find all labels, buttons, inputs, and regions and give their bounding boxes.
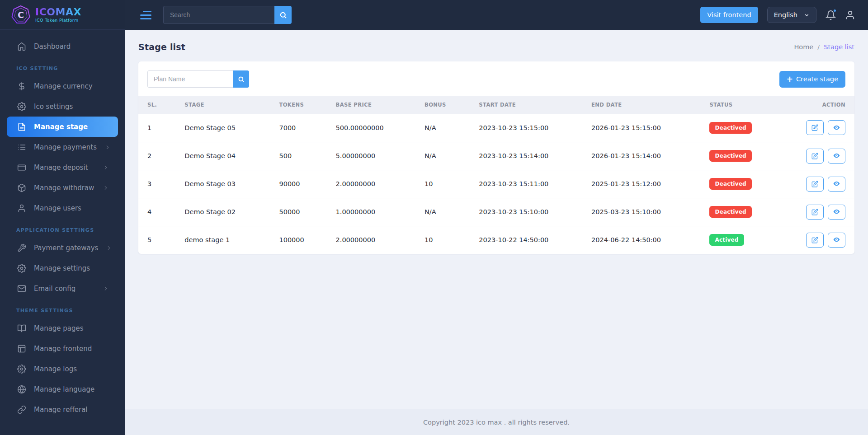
user-menu-icon[interactable] (845, 10, 855, 20)
cell-base-price: 500.00000000 (327, 114, 415, 142)
sidebar-item-manage-withdraw[interactable]: Manage withdraw (7, 178, 118, 198)
eye-icon (833, 180, 840, 187)
edit-stage-button[interactable] (806, 120, 824, 135)
sidebar-item-ico-settings[interactable]: Ico settings (7, 96, 118, 117)
sidebar-item-manage-pages[interactable]: Manage pages (7, 318, 118, 338)
cell-stage: Demo Stage 04 (175, 142, 270, 170)
brand-tagline: ICO Token Platform (35, 18, 81, 23)
sidebar-section-heading: THEME SETTINGS (0, 299, 125, 318)
wrench-icon (17, 243, 26, 253)
chevron-right-icon (103, 185, 109, 191)
sidebar-item-label: Dashboard (34, 42, 109, 51)
edit-stage-button[interactable] (806, 233, 824, 248)
sidebar-item-manage-deposit[interactable]: Manage deposit (7, 157, 118, 178)
sidebar-item-label: Ico settings (34, 103, 109, 111)
page-title: Stage list (138, 42, 185, 52)
cell-action (791, 198, 854, 226)
status-badge: Deactived (709, 206, 752, 218)
view-stage-button[interactable] (828, 205, 845, 220)
sidebar-nav: DashboardICO SETTINGManage currencyIco s… (0, 30, 125, 420)
sidebar-item-manage-frontend[interactable]: Manage frontend (7, 338, 118, 359)
sidebar-item-label: Email config (34, 285, 95, 293)
cell-stage: Demo Stage 03 (175, 170, 270, 198)
plan-name-filter (147, 70, 249, 88)
sidebar-item-email-config[interactable]: Email config (7, 278, 118, 299)
footer: Copyright 2023 ico max . all rights rese… (125, 409, 868, 435)
view-stage-button[interactable] (828, 177, 845, 192)
sidebar-item-dashboard[interactable]: Dashboard (7, 36, 118, 56)
column-header: ACTION (791, 96, 854, 114)
sidebar-item-manage-users[interactable]: Manage users (7, 198, 118, 218)
notifications-bell-icon[interactable] (826, 10, 836, 20)
column-header: STAGE (175, 96, 270, 114)
cell-bonus: 10 (415, 170, 470, 198)
eye-icon (833, 236, 840, 243)
sidebar-item-label: Manage settings (34, 264, 109, 272)
sidebar-item-manage-refferal[interactable]: Manage refferal (7, 399, 118, 420)
notification-dot (833, 9, 837, 13)
dollar-icon (17, 81, 26, 91)
visit-frontend-button[interactable]: Visit frontend (700, 7, 758, 23)
sidebar-item-manage-currency[interactable]: Manage currency (7, 76, 118, 96)
sidebar-item-manage-language[interactable]: Manage language (7, 379, 118, 399)
sidebar-item-payment-gateways[interactable]: Payment gateways (7, 238, 118, 258)
cell-end-date: 2025-01-23 15:12:00 (582, 170, 700, 198)
table-row: 5demo stage 11000002.00000000102023-10-2… (138, 226, 854, 254)
cell-status: Deactived (700, 142, 791, 170)
cell-status: Deactived (700, 198, 791, 226)
mail-icon (17, 284, 26, 293)
sidebar-item-label: Manage logs (34, 365, 109, 373)
gear-icon (17, 364, 26, 374)
stage-list-card: + Create stage SL.STAGETOKENSBASE PRICEB… (138, 61, 854, 254)
search-input[interactable] (163, 6, 274, 24)
cell-base-price: 5.00000000 (327, 142, 415, 170)
edit-stage-button[interactable] (806, 205, 824, 220)
view-stage-button[interactable] (828, 149, 845, 164)
sidebar-item-label: Manage deposit (34, 164, 95, 172)
create-stage-label: Create stage (796, 75, 838, 83)
column-header: START DATE (470, 96, 582, 114)
table-row: 2Demo Stage 045005.00000000N/A2023-10-23… (138, 142, 854, 170)
edit-icon (811, 181, 818, 187)
brand-logo-icon: C (11, 5, 31, 25)
view-stage-button[interactable] (828, 120, 845, 135)
sidebar-item-manage-payments[interactable]: Manage payments (7, 137, 118, 157)
chevron-right-icon (106, 245, 112, 251)
sidebar-item-manage-logs[interactable]: Manage logs (7, 359, 118, 379)
search-button[interactable] (274, 6, 292, 24)
edit-stage-button[interactable] (806, 149, 824, 164)
cell-stage: demo stage 1 (175, 226, 270, 254)
topbar-search (163, 6, 292, 24)
search-icon (238, 76, 245, 83)
cell-start-date: 2023-10-22 14:50:00 (470, 226, 582, 254)
cell-start-date: 2023-10-23 15:10:00 (470, 198, 582, 226)
view-stage-button[interactable] (828, 233, 845, 248)
eye-icon (833, 208, 840, 215)
cell-bonus: 10 (415, 226, 470, 254)
language-selected-value: English (774, 11, 797, 19)
svg-text:C: C (18, 10, 24, 20)
plan-name-search-button[interactable] (233, 70, 249, 88)
hamburger-menu-button[interactable] (138, 9, 153, 21)
plan-name-input[interactable] (147, 70, 233, 88)
chevron-down-icon (804, 12, 810, 18)
sidebar-item-manage-stage[interactable]: Manage stage (7, 117, 118, 137)
cell-bonus: N/A (415, 142, 470, 170)
cell-end-date: 2024-06-22 14:50:00 (582, 226, 700, 254)
sidebar-item-label: Manage refferal (34, 406, 109, 414)
book-icon (17, 323, 26, 333)
content-area: Stage list Home / Stage list + (125, 30, 868, 435)
cell-tokens: 500 (270, 142, 326, 170)
sidebar-item-manage-settings[interactable]: Manage settings (7, 258, 118, 278)
edit-stage-button[interactable] (806, 177, 824, 192)
brand[interactable]: C ICOMAX ICO Token Platform (0, 0, 125, 30)
cell-end-date: 2026-01-23 15:15:00 (582, 114, 700, 142)
create-stage-button[interactable]: + Create stage (779, 71, 845, 88)
cell-base-price: 2.00000000 (327, 170, 415, 198)
breadcrumb-home-link[interactable]: Home (794, 43, 813, 51)
cell-sl: 5 (138, 226, 175, 254)
edit-icon (811, 237, 818, 243)
chevron-right-icon (103, 285, 109, 292)
language-select[interactable]: English (767, 7, 816, 23)
eye-icon (833, 152, 840, 159)
